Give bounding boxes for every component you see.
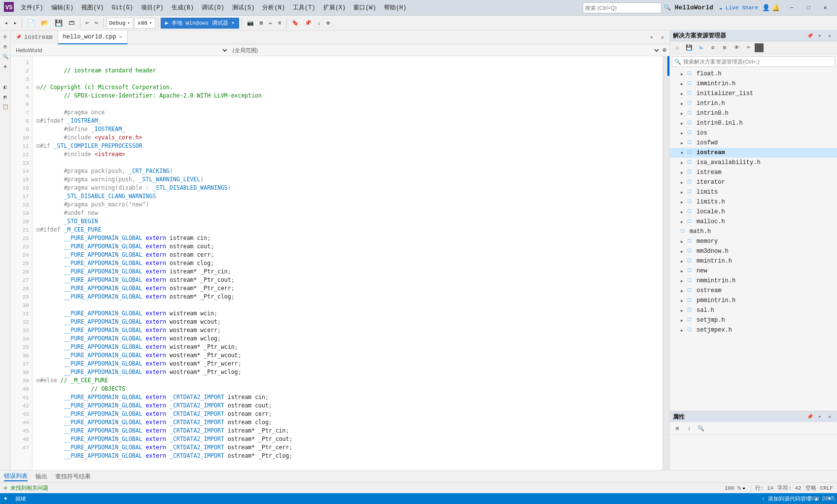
menu-file[interactable]: 文件(F) xyxy=(17,1,47,14)
tree-item-intrin0inl[interactable]: ▶ □ intrin0.inl.h xyxy=(670,118,837,128)
sidebar-icon-6[interactable]: ◩ xyxy=(1,93,10,101)
marker-btn[interactable]: ✏ xyxy=(266,18,275,28)
tree-view[interactable]: ▶ □ float.h ▶ □ immintrin.h ▶ □ initiali… xyxy=(670,69,837,411)
tree-item-memory[interactable]: ▶ □ memory xyxy=(670,236,837,246)
menu-window[interactable]: 窗口(W) xyxy=(349,1,380,14)
panel-filter-btn[interactable]: ⊞ xyxy=(719,42,730,53)
properties-arrow-btn[interactable]: ▾ xyxy=(815,412,824,421)
close-btn[interactable]: ✕ xyxy=(817,1,833,15)
props-search-btn[interactable]: 🔍 xyxy=(696,423,706,434)
platform-dropdown[interactable]: x86▾ xyxy=(134,18,155,29)
tree-item-math-h[interactable]: □ math.h xyxy=(670,227,837,236)
menu-project[interactable]: 项目(P) xyxy=(137,1,168,14)
menu-git[interactable]: Git(G) xyxy=(108,2,137,13)
bell-icon[interactable]: 🔔 xyxy=(772,4,780,12)
forward-btn[interactable]: ▸ xyxy=(11,18,20,28)
menu-extensions[interactable]: 扩展(X) xyxy=(319,1,350,14)
menu-analyze[interactable]: 分析(N) xyxy=(258,1,289,14)
scrollbar-thumb[interactable] xyxy=(667,56,669,76)
sidebar-icon-5[interactable]: ◧ xyxy=(1,83,10,92)
tree-item-setjmp[interactable]: ▶ □ setjmp.h xyxy=(670,315,837,325)
sidebar-icon-7[interactable]: 📋 xyxy=(1,102,10,111)
redo-btn[interactable]: ↪ xyxy=(92,18,101,28)
tree-item-ostream[interactable]: ▶ □ ostream xyxy=(670,286,837,296)
step-btn[interactable]: ↓ xyxy=(315,19,323,28)
save-all-btn[interactable]: 🗃 xyxy=(66,18,77,28)
panel-dark-btn[interactable] xyxy=(755,43,764,52)
minimize-btn[interactable]: ─ xyxy=(784,1,800,15)
tree-item-locale-h[interactable]: ▶ □ locale.h xyxy=(670,207,837,217)
camera-btn[interactable]: 📷 xyxy=(244,18,256,28)
user-icon[interactable]: 👤 xyxy=(762,4,770,12)
tree-item-limits[interactable]: ▶ □ limits xyxy=(670,187,837,197)
tree-item-limits-h[interactable]: ▶ □ limits.h xyxy=(670,197,837,207)
bottom-tab-output[interactable]: 输出 xyxy=(35,472,47,481)
search-input[interactable] xyxy=(583,2,662,13)
grid-btn[interactable]: ⊞ xyxy=(257,18,266,28)
tab-close-all-btn[interactable]: ✕ xyxy=(658,33,667,42)
sidebar-icon-1[interactable]: ⚙ xyxy=(1,33,10,41)
scrollbar[interactable] xyxy=(663,56,669,470)
tree-item-float-h[interactable]: ▶ □ float.h xyxy=(670,69,837,79)
menu-view[interactable]: 视图(V) xyxy=(77,1,108,14)
panel-code-btn[interactable]: ⌨ xyxy=(743,42,754,53)
panel-pin-btn[interactable]: 📌 xyxy=(805,32,814,40)
panel-home-btn[interactable]: ⌂ xyxy=(672,42,683,53)
panel-save-btn[interactable]: 💾 xyxy=(684,42,695,53)
menu-tools[interactable]: 工具(T) xyxy=(289,1,319,14)
tree-item-immintrin[interactable]: ▶ □ immintrin.h xyxy=(670,79,837,89)
debug-mode-dropdown[interactable]: Debug▾ xyxy=(106,18,134,29)
more-btn[interactable]: ⚙ xyxy=(324,18,332,28)
props-categorize-btn[interactable]: ⊞ xyxy=(672,423,683,434)
menu-edit[interactable]: 编辑(E) xyxy=(47,1,78,14)
maximize-btn[interactable]: □ xyxy=(801,1,816,15)
tree-item-nmmintrin[interactable]: ▶ □ nmmintrin.h xyxy=(670,276,837,286)
props-alpha-btn[interactable]: ↕ xyxy=(684,423,695,434)
tree-item-initializer[interactable]: ▶ □ initializer_list xyxy=(670,89,837,99)
live-share-btn[interactable]: ☁ Live Share xyxy=(719,4,758,11)
bottom-tab-errors[interactable]: 错误列表 xyxy=(4,472,28,481)
tree-item-mmintrin[interactable]: ▶ □ mmintrin.h xyxy=(670,256,837,266)
tree-item-new[interactable]: ▶ □ new xyxy=(670,266,837,276)
menu-build[interactable]: 生成(B) xyxy=(168,1,198,14)
tab-hello-world[interactable]: hello_world.cpp ✕ xyxy=(58,31,128,44)
scope-select[interactable]: HelloWorld xyxy=(14,47,229,54)
sidebar-icon-4[interactable]: ◈ xyxy=(1,62,10,71)
tree-item-mm3dnow[interactable]: ▶ □ mm3dnow.h xyxy=(670,246,837,256)
bottom-tab-find[interactable]: 查找符号结果 xyxy=(55,472,91,481)
menu-debug[interactable]: 调试(D) xyxy=(198,1,228,14)
panel-preview-btn[interactable]: 👁 xyxy=(731,42,742,53)
tab-list-btn[interactable]: ▾ xyxy=(647,33,657,42)
bookmark-btn[interactable]: 🔖 xyxy=(289,18,301,28)
back-btn[interactable]: ◂ xyxy=(2,18,10,28)
tree-item-intrin0[interactable]: ▶ □ intrin0.h xyxy=(670,108,837,118)
tree-item-istream[interactable]: ▶ □ istream xyxy=(670,168,837,177)
tree-item-iostream[interactable]: ▼ □ iostream xyxy=(670,148,837,158)
tree-item-iterator[interactable]: ▶ □ iterator xyxy=(670,177,837,187)
tree-item-ios[interactable]: ▶ □ ios xyxy=(670,128,837,138)
tab-iostream[interactable]: 📌 iostream xyxy=(11,31,58,44)
zoom-select[interactable] xyxy=(743,485,747,492)
tree-item-setjmpex[interactable]: ▶ □ setjmpex.h xyxy=(670,325,837,335)
tree-item-iosfwd[interactable]: ▶ □ iosfwd xyxy=(670,138,837,148)
tab-close-icon[interactable]: ✕ xyxy=(119,34,122,40)
undo-btn[interactable]: ↩ xyxy=(83,18,91,28)
panel-arrow-btn[interactable]: ▾ xyxy=(815,32,824,40)
search-input[interactable] xyxy=(683,59,833,65)
list-btn[interactable]: ≡ xyxy=(276,19,284,28)
open-btn[interactable]: 📂 xyxy=(38,18,51,29)
run-btn[interactable]: ▶ 本地 Windows 调试器 ▾ xyxy=(161,18,239,29)
new-file-btn[interactable]: 📄 xyxy=(25,18,37,29)
code-editor[interactable]: // iostream standard header ⊟// Copyrigh… xyxy=(33,56,663,470)
panel-close-btn[interactable]: ✕ xyxy=(825,32,834,40)
context-select[interactable]: (全局范围) xyxy=(231,47,661,54)
tree-item-intrin[interactable]: ▶ □ intrin.h xyxy=(670,99,837,108)
save-btn[interactable]: 💾 xyxy=(52,18,65,29)
tree-item-malloc-h[interactable]: ▶ □ malloc.h xyxy=(670,217,837,227)
pin-btn[interactable]: 📌 xyxy=(302,18,314,28)
properties-pin-btn[interactable]: 📌 xyxy=(805,412,814,421)
nav-split-btn[interactable]: ⊕ xyxy=(663,46,666,54)
tree-item-pmmintrin[interactable]: ▶ □ pmmintrin.h xyxy=(670,296,837,305)
menu-test[interactable]: 测试(S) xyxy=(228,1,259,14)
properties-close-btn[interactable]: ✕ xyxy=(825,412,834,421)
